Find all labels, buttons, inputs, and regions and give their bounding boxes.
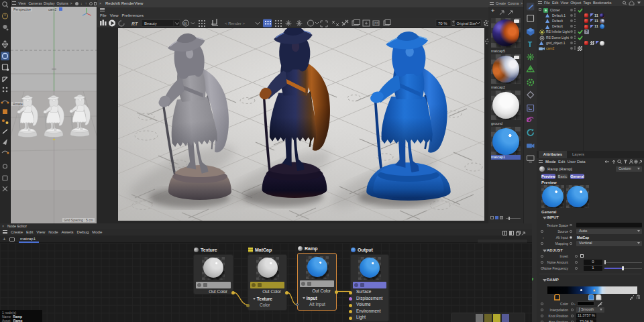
svg-text:66: 66: [184, 22, 188, 25]
svg-text:T: T: [528, 40, 533, 48]
svg-text:IPR: IPR: [374, 22, 379, 25]
svg-text:Original Size: Original Size: [457, 21, 477, 25]
svg-text:70 %: 70 %: [438, 21, 447, 25]
svg-text:RT: RT: [131, 21, 138, 26]
svg-text:Beauty: Beauty: [144, 21, 157, 25]
svg-text:< Render >: < Render >: [225, 21, 246, 25]
